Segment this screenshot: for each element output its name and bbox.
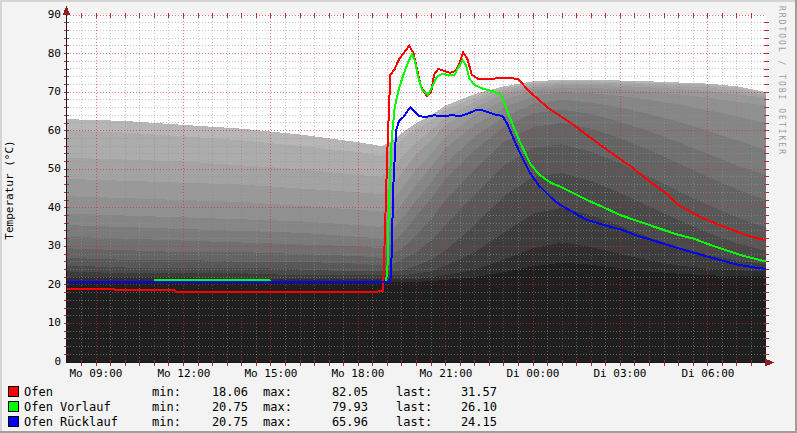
x-tick-label: Mo 18:00 [323, 368, 393, 380]
x-tick-label: Di 06:00 [673, 368, 743, 380]
y-tick-label: 80 [31, 48, 61, 60]
x-tick-label: Di 00:00 [498, 368, 568, 380]
x-tick-label: Mo 21:00 [411, 368, 481, 380]
x-axis-arrow-icon [765, 359, 774, 367]
legend-last-value: 31.57 [445, 385, 497, 399]
y-tick-label: 50 [31, 163, 61, 175]
legend-max-key: max: [263, 385, 292, 399]
y-axis-arrow-icon [63, 6, 71, 15]
window-border-top [0, 0, 797, 2]
legend-row: Ofen Rücklauf min: 20.75 max: 65.96 last… [0, 415, 797, 430]
legend-max-value: 82.05 [316, 385, 368, 399]
legend-last-key: last: [396, 385, 432, 399]
x-tick-label: Di 03:00 [585, 368, 655, 380]
legend-swatch-ofen-ruecklauf [8, 416, 19, 427]
legend-min-key: min: [152, 400, 181, 414]
x-tick-label: Mo 09:00 [61, 368, 131, 380]
legend-min-value: 20.75 [196, 400, 248, 414]
legend-min-value: 18.06 [196, 385, 248, 399]
legend-label: Ofen Vorlauf [24, 400, 111, 414]
x-tick-label: Mo 12:00 [149, 368, 219, 380]
legend-max-key: max: [263, 400, 292, 414]
y-tick-label: 0 [31, 356, 61, 368]
window-border-left [0, 0, 2, 433]
legend-min-key: min: [152, 385, 181, 399]
y-tick-label: 40 [31, 202, 61, 214]
legend-label: Ofen Rücklauf [24, 415, 118, 429]
legend-max-value: 79.93 [316, 400, 368, 414]
y-axis-title: Temperatur (°C) [3, 140, 16, 239]
legend-label: Ofen [24, 385, 53, 399]
x-tick-label: Mo 15:00 [236, 368, 306, 380]
legend-row: Ofen min: 18.06 max: 82.05 last: 31.57 [0, 385, 797, 400]
legend-swatch-ofen-vorlauf [8, 401, 19, 412]
y-tick-label: 10 [31, 317, 61, 329]
y-tick-label: 30 [31, 240, 61, 252]
legend-row: Ofen Vorlauf min: 20.75 max: 79.93 last:… [0, 400, 797, 415]
legend-last-value: 24.15 [445, 415, 497, 429]
legend-last-key: last: [396, 400, 432, 414]
y-tick-label: 20 [31, 279, 61, 291]
legend-min-key: min: [152, 415, 181, 429]
legend-max-value: 65.96 [316, 415, 368, 429]
y-tick-label: 60 [31, 125, 61, 137]
y-tick-label: 70 [31, 86, 61, 98]
y-tick-label: 90 [31, 9, 61, 21]
legend-last-key: last: [396, 415, 432, 429]
legend-swatch-ofen [8, 386, 19, 397]
legend-max-key: max: [263, 415, 292, 429]
watermark-text: RRDTOOL / TOBI OETIKER [777, 6, 786, 156]
chart-layers [63, 6, 775, 367]
rrdtool-graph: Temperatur (°C) Mo 09:00Mo 12:00Mo 15:00… [0, 0, 797, 433]
legend-min-value: 20.75 [196, 415, 248, 429]
legend-last-value: 26.10 [445, 400, 497, 414]
